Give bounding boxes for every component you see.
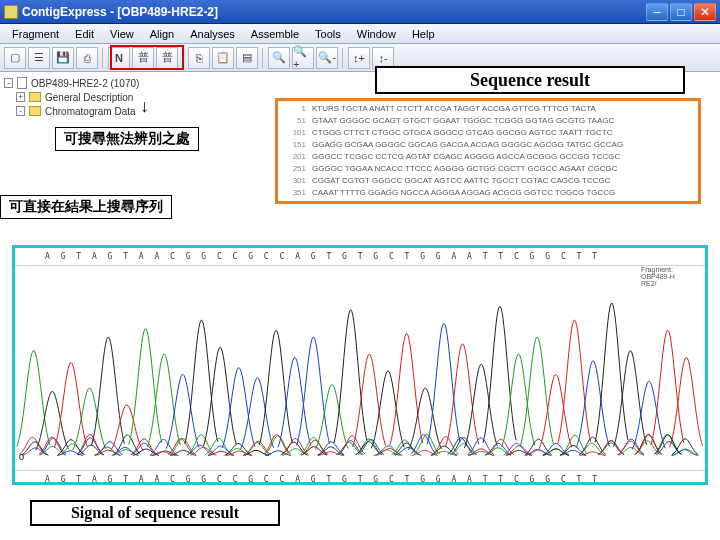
expand-icon[interactable]: - [16,106,25,116]
menu-align[interactable]: Align [142,26,182,42]
separator [102,48,104,68]
paste-icon[interactable]: 📋 [212,47,234,69]
tree-label: Chromatogram Data [45,106,136,117]
menu-assemble[interactable]: Assemble [243,26,307,42]
chromatogram-letters-bottom: A G T A G T A A C G G C C G C C A G T G … [15,470,705,488]
book-icon[interactable]: ▤ [236,47,258,69]
app-icon [4,5,18,19]
highlight-red-box [110,45,184,70]
window-title: ContigExpress - [OBP489-HRE2-2] [22,5,644,19]
tree-row[interactable]: + General Description [4,90,204,104]
save-icon[interactable]: 💾 [52,47,74,69]
tree-row[interactable]: - Chromatogram Data [4,104,204,118]
menu-tools[interactable]: Tools [307,26,349,42]
sequence-text-block[interactable]: 1KTURS TGCTA ANATT CTCTT ATCGA TAGGT ACC… [275,98,701,204]
chromatogram-panel: A G T A G T A A C G G C C G C C A G T G … [12,245,708,485]
menu-window[interactable]: Window [349,26,404,42]
minimize-button[interactable]: – [646,3,668,21]
chromatogram-trace[interactable]: 0 [15,266,705,466]
tree-row[interactable]: - OBP489-HRE2-2 (1070) [4,76,204,90]
menu-fragment[interactable]: Fragment [4,26,67,42]
maximize-button[interactable]: □ [670,3,692,21]
annotation-search-on-result: 可直接在結果上搜尋序列 [0,195,172,219]
menu-edit[interactable]: Edit [67,26,102,42]
menu-analyses[interactable]: Analyses [182,26,243,42]
separator [262,48,264,68]
magnify-icon[interactable]: 🔍 [268,47,290,69]
print-icon[interactable]: ⎙ [76,47,98,69]
chromatogram-side-label: Fragment: OBP489-H RE2/ [641,266,701,287]
menu-help[interactable]: Help [404,26,443,42]
project-tree[interactable]: - OBP489-HRE2-2 (1070) + General Descrip… [4,76,204,118]
tree-label: General Description [45,92,133,103]
chromatogram-letters-top: A G T A G T A A C G G C C G C C A G T G … [15,248,705,266]
zoom-out-icon[interactable]: 🔍- [316,47,338,69]
zoom-in-icon[interactable]: 🔍+ [292,47,314,69]
open-icon[interactable]: ☰ [28,47,50,69]
titlebar: ContigExpress - [OBP489-HRE2-2] – □ ✕ [0,0,720,24]
separator [342,48,344,68]
menubar: Fragment Edit View Align Analyses Assemb… [0,24,720,44]
document-icon [17,77,27,89]
sequence-result-label: Sequence result [375,66,685,94]
tree-label: OBP489-HRE2-2 (1070) [31,78,139,89]
annotation-find-unreadable: 可搜尋無法辨別之處 [55,127,199,151]
folder-icon [29,92,41,102]
scale-up-icon[interactable]: ↕+ [348,47,370,69]
expand-icon[interactable]: - [4,78,13,88]
copy-icon[interactable]: ⎘ [188,47,210,69]
expand-icon[interactable]: + [16,92,25,102]
close-button[interactable]: ✕ [694,3,716,21]
new-icon[interactable]: ▢ [4,47,26,69]
menu-view[interactable]: View [102,26,142,42]
signal-of-sequence-label: Signal of sequence result [30,500,280,526]
folder-icon [29,106,41,116]
